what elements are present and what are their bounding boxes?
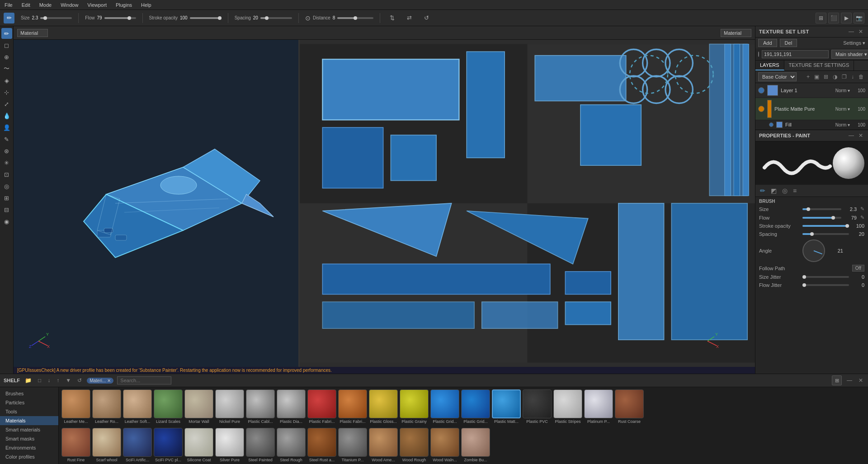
shelf-material-item[interactable]: Plastic Matt...: [492, 389, 521, 424]
shelf-material-item[interactable]: Lizard Scales: [154, 389, 183, 424]
fill-blend[interactable]: Norm ▾: [835, 122, 850, 127]
layer-1-visibility[interactable]: [758, 87, 764, 94]
distance-slider[interactable]: [337, 17, 373, 19]
video-icon[interactable]: ▶: [841, 13, 852, 23]
clone-tool-btn[interactable]: ⊕: [1, 52, 12, 62]
anchor-tool-btn[interactable]: ⊞: [1, 192, 12, 203]
viewport-3d[interactable]: Y Z X: [14, 40, 298, 367]
annotation-tool-btn[interactable]: ✎: [1, 134, 12, 145]
brush-tab-material[interactable]: ◩: [769, 186, 778, 195]
add-layer-icon[interactable]: +: [805, 73, 811, 80]
menu-plugins[interactable]: Plugins: [114, 2, 134, 8]
flow-slider[interactable]: [104, 17, 136, 19]
prop-size-jitter-slider[interactable]: [802, 276, 849, 278]
layer-2-blend[interactable]: Norm ▾: [835, 107, 850, 112]
shelf-search-input[interactable]: [117, 376, 171, 384]
shelf-material-item[interactable]: Zombie Bu...: [461, 428, 490, 462]
shelf-minimize-icon[interactable]: —: [845, 377, 854, 384]
brush-tab-settings[interactable]: ◎: [780, 186, 789, 195]
settings-tool-btn[interactable]: ◉: [1, 216, 12, 227]
shelf-material-item[interactable]: Wood Ame...: [369, 428, 398, 462]
fill-layer-item[interactable]: Fill Norm ▾ 100: [755, 120, 868, 130]
shelf-material-item[interactable]: Silver Pure: [215, 428, 244, 462]
shelf-folder-icon[interactable]: 📁: [24, 377, 33, 384]
smudge-tool-btn[interactable]: 〜: [1, 63, 12, 74]
fill-tool-btn[interactable]: ◈: [1, 75, 12, 86]
menu-viewport[interactable]: Viewport: [85, 2, 108, 8]
shelf-cat-materials[interactable]: Materials: [0, 416, 58, 425]
shelf-filter-tag-close[interactable]: ✕: [107, 378, 111, 383]
measure-tool-btn[interactable]: ◎: [1, 181, 12, 192]
channel-select[interactable]: Base Color: [758, 72, 797, 81]
sticker-tool-btn[interactable]: ⊛: [1, 145, 12, 156]
shelf-material-item[interactable]: Plastic PVC: [523, 389, 552, 424]
layer-1-item[interactable]: Layer 1 Norm ▾ 100: [755, 83, 868, 98]
shelf-material-item[interactable]: Platinum P...: [584, 389, 613, 424]
shelf-material-item[interactable]: Nickel Pure: [215, 389, 244, 424]
shelf-material-item[interactable]: Plastic Grid...: [461, 389, 490, 424]
flip-h-btn[interactable]: ⇅: [387, 13, 397, 23]
shelf-material-item[interactable]: Rust Coarse: [615, 389, 644, 424]
shelf-cat-particles[interactable]: Particles: [0, 398, 58, 407]
shelf-material-item[interactable]: Plastic Fabri...: [338, 389, 367, 424]
user-tool-btn[interactable]: 👤: [1, 122, 12, 133]
shelf-cat-tools[interactable]: Tools: [0, 407, 58, 416]
shelf-material-item[interactable]: Scarf whool: [92, 428, 121, 462]
screenshot-icon[interactable]: 📷: [854, 13, 864, 23]
shelf-cat-smart-masks[interactable]: Smart masks: [0, 434, 58, 443]
prop-close-icon[interactable]: ✕: [857, 132, 864, 139]
shelf-cat-color-profiles[interactable]: Color profiles: [0, 452, 58, 461]
shelf-import-icon[interactable]: ↓: [46, 377, 52, 384]
shelf-grid-view-btn[interactable]: ⊞: [832, 375, 842, 385]
tsl-del-btn[interactable]: Del: [780, 39, 797, 47]
shelf-material-item[interactable]: SciFi Artific...: [123, 428, 152, 462]
mask-icon[interactable]: ◑: [831, 73, 839, 80]
shelf-filter-icon[interactable]: ▼: [64, 377, 72, 384]
tsl-add-btn[interactable]: Add: [758, 39, 777, 47]
tab-texture-settings[interactable]: TEXTURE SET SETTINGS: [784, 61, 854, 70]
prop-follow-path-btn[interactable]: Off: [852, 265, 864, 272]
shelf-material-item[interactable]: Steel Painted: [246, 428, 275, 462]
shelf-material-item[interactable]: Wood Rough: [400, 428, 429, 462]
prop-minimize-icon[interactable]: —: [847, 132, 855, 139]
shelf-cat-brushes[interactable]: Brushes: [0, 389, 58, 398]
menu-window[interactable]: Window: [59, 2, 80, 8]
cube-icon[interactable]: ⬛: [828, 13, 839, 23]
menu-mode[interactable]: Mode: [38, 2, 54, 8]
shelf-material-item[interactable]: Leather Soft...: [123, 389, 152, 424]
eyedropper-tool-btn[interactable]: 💧: [1, 110, 12, 121]
shelf-filter-tag[interactable]: Materi... ✕: [87, 378, 113, 384]
spacing-slider-toolbar[interactable]: [260, 17, 292, 19]
shelf-material-item[interactable]: Rust Fine: [61, 428, 90, 462]
prop-size-slider[interactable]: [802, 208, 841, 210]
brush-tab-channel[interactable]: ≡: [791, 186, 798, 195]
shelf-material-item[interactable]: Plastic Cabl...: [246, 389, 275, 424]
flip-v-btn[interactable]: ⇄: [404, 13, 415, 23]
eraser-tool-btn[interactable]: ◻: [1, 40, 12, 51]
stroke-reset-btn[interactable]: ↺: [421, 13, 432, 23]
prop-flow-icon[interactable]: ✎: [860, 215, 864, 220]
paint-tool-btn[interactable]: ✏: [1, 28, 12, 39]
shelf-material-item[interactable]: Plastic Grainy: [400, 389, 429, 424]
shelf-material-item[interactable]: Leather Ro...: [92, 389, 121, 424]
right-viewport-mode-select[interactable]: Material: [721, 29, 751, 37]
shelf-material-item[interactable]: Titanium P...: [338, 428, 367, 462]
tab-layers[interactable]: LAYERS: [755, 61, 784, 70]
shelf-material-item[interactable]: Steel Rust a...: [307, 428, 336, 462]
particle-tool-btn[interactable]: ✳: [1, 157, 12, 168]
shelf-material-item[interactable]: Plastic Fabri...: [307, 389, 336, 424]
shelf-cat-smart-materials[interactable]: Smart materials: [0, 425, 58, 434]
shelf-cat-environments[interactable]: Environments: [0, 443, 58, 452]
prop-size-icon[interactable]: ✎: [860, 206, 864, 212]
history-tool-btn[interactable]: ⊟: [1, 204, 12, 215]
left-viewport-mode-select[interactable]: Material: [17, 29, 48, 37]
menu-edit[interactable]: Edit: [20, 2, 32, 8]
fill-visibility[interactable]: [769, 122, 774, 127]
shelf-material-item[interactable]: Plastic Stripes: [553, 389, 582, 424]
shelf-material-item[interactable]: Leather Me...: [61, 389, 90, 424]
shelf-close-icon[interactable]: ✕: [857, 377, 864, 384]
tsl-settings-btn[interactable]: Settings ▾: [843, 40, 865, 46]
prop-flow-slider[interactable]: [802, 217, 841, 219]
shelf-material-item[interactable]: Plastic Dia...: [277, 389, 306, 424]
shelf-refresh-icon[interactable]: ↺: [76, 377, 83, 384]
